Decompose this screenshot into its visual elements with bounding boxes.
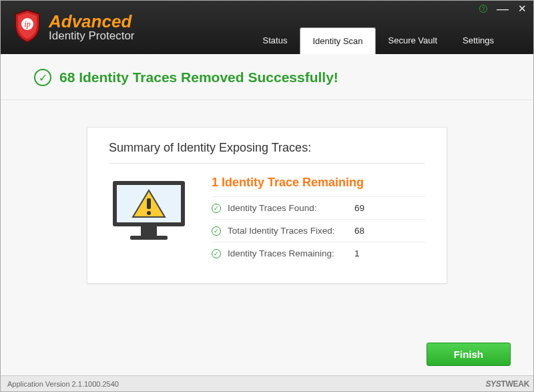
summary-card: Summary of Identity Exposing Traces: 1 I… bbox=[87, 127, 447, 284]
svg-text:ip: ip bbox=[24, 19, 30, 29]
close-button[interactable]: ✕ bbox=[518, 5, 527, 12]
summary-details: 1 Identity Trace Remaining ✓ Identity Tr… bbox=[212, 176, 425, 264]
stat-value: 68 bbox=[354, 226, 364, 236]
tab-status[interactable]: Status bbox=[250, 27, 300, 54]
statusbar: Application Version 2.1.1000.2540 SYSTWE… bbox=[1, 375, 533, 391]
monitor-warning-icon bbox=[109, 176, 189, 264]
stat-row-remaining: ✓ Identity Traces Remaining: 1 bbox=[212, 242, 425, 264]
stat-row-found: ✓ Identity Traces Found: 69 bbox=[212, 196, 425, 219]
success-banner: ✓ 68 Identity Traces Removed Successfull… bbox=[1, 54, 533, 100]
help-icon[interactable]: ? bbox=[479, 5, 487, 13]
finish-button[interactable]: Finish bbox=[427, 343, 511, 366]
action-bar: Finish bbox=[1, 333, 533, 375]
tab-settings[interactable]: Settings bbox=[450, 27, 507, 54]
stat-row-fixed: ✓ Total Identity Traces Fixed: 68 bbox=[212, 219, 425, 242]
summary-title: Summary of Identity Exposing Traces: bbox=[109, 141, 425, 164]
tab-secure-vault[interactable]: Secure Vault bbox=[376, 27, 450, 54]
check-icon: ✓ bbox=[212, 249, 221, 258]
brand-line1: Advanced bbox=[49, 13, 135, 30]
stat-label: Identity Traces Found: bbox=[228, 203, 348, 213]
vendor-logo: SYSTWEAK bbox=[485, 379, 529, 389]
titlebar: ip Advanced Identity Protector Status Id… bbox=[1, 1, 533, 54]
tab-identity-scan[interactable]: Identity Scan bbox=[300, 27, 375, 54]
content-area: ✓ 68 Identity Traces Removed Successfull… bbox=[1, 54, 533, 375]
stat-label: Identity Traces Remaining: bbox=[228, 248, 348, 258]
brand: ip Advanced Identity Protector bbox=[1, 1, 135, 54]
summary-body: 1 Identity Trace Remaining ✓ Identity Tr… bbox=[109, 176, 425, 264]
shield-logo-icon: ip bbox=[13, 9, 42, 46]
brand-line2: Identity Protector bbox=[49, 30, 135, 43]
svg-rect-6 bbox=[147, 198, 151, 209]
window-controls: ? — ✕ bbox=[479, 5, 527, 13]
brand-text: Advanced Identity Protector bbox=[49, 13, 135, 43]
stat-value: 1 bbox=[354, 248, 360, 258]
check-icon: ✓ bbox=[212, 204, 221, 213]
banner-text: 68 Identity Traces Removed Successfully! bbox=[59, 69, 338, 85]
svg-point-7 bbox=[147, 211, 151, 215]
minimize-button[interactable]: — bbox=[497, 7, 509, 11]
svg-rect-5 bbox=[130, 236, 168, 240]
check-icon: ✓ bbox=[212, 226, 221, 236]
svg-rect-4 bbox=[141, 226, 157, 236]
app-window: ip Advanced Identity Protector Status Id… bbox=[0, 0, 534, 392]
remaining-title: 1 Identity Trace Remaining bbox=[212, 176, 425, 190]
stat-value: 69 bbox=[354, 203, 364, 213]
version-text: Application Version 2.1.1000.2540 bbox=[7, 380, 119, 388]
check-circle-icon: ✓ bbox=[34, 69, 51, 86]
stat-label: Total Identity Traces Fixed: bbox=[228, 226, 348, 236]
